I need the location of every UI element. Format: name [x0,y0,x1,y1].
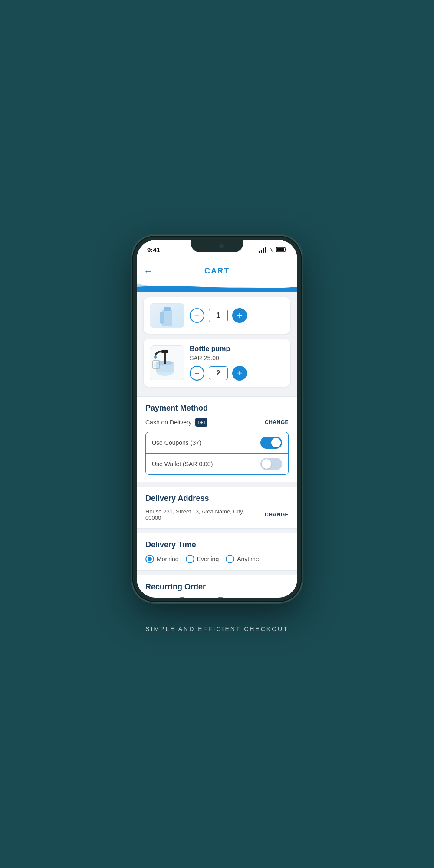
recurring-order-section: Recurring Order None Weekly Month [137,575,297,598]
address-change-button[interactable]: CHANGE [265,512,289,518]
delivery-address-section: Delivery Address House 231, Street 13, A… [137,487,297,529]
svg-rect-4 [164,307,171,311]
svg-rect-1 [285,249,286,250]
wave-header [137,283,297,292]
water-bottle-icon [154,306,180,327]
evening-radio-circle [186,555,194,563]
weekly-radio-circle [178,597,187,598]
address-row: House 231, Street 13, Area Name, City, 0… [145,508,289,521]
gap-2 [137,482,297,487]
screen-content[interactable]: − 1 + [137,283,297,598]
cart-item-bottle-pump: Bottle pump SAR 25.00 − 2 + [144,339,290,387]
bottle-pump-quantity: 2 [209,366,228,380]
coupons-row: Use Coupons (37) [146,432,288,454]
monthly-radio-circle [216,597,225,598]
recurring-order-options: None Weekly Monthly [145,597,289,598]
coupon-wallet-box: Use Coupons (37) Use Wallet (SAR 0.00) [145,432,289,475]
wallet-row: Use Wallet (SAR 0.00) [146,454,288,474]
svg-rect-13 [154,363,159,367]
status-time: 9:41 [147,246,160,253]
bottle-pump-icon [152,348,182,378]
page-title: CART [204,266,230,276]
app-header: ← CART [137,259,297,283]
anytime-radio-circle [226,555,234,563]
item-1-details: − 1 + [190,308,284,323]
status-bar: 9:41 ∿ [137,240,297,259]
wifi-icon: ∿ [269,247,274,253]
morning-radio-inner [148,557,152,561]
gap-3 [137,529,297,533]
wave-svg [137,283,297,292]
item-1-minus-button[interactable]: − [190,308,204,323]
svg-rect-2 [277,248,284,251]
recurring-weekly[interactable]: Weekly [178,597,209,598]
back-button[interactable]: ← [144,266,153,277]
morning-radio-circle [145,555,154,563]
coupons-label: Use Coupons (37) [152,439,201,446]
item-1-plus-button[interactable]: + [232,308,247,323]
wallet-toggle-knob [262,459,271,469]
notch [191,240,243,252]
wallet-toggle[interactable] [260,458,282,470]
bottle-pump-name: Bottle pump [190,345,284,353]
svg-point-11 [154,355,157,359]
anytime-label: Anytime [237,556,259,562]
bottle-pump-price: SAR 25.00 [190,355,284,362]
gap-4 [137,571,297,575]
payment-method-section: Payment Method Cash on Delivery [137,396,297,482]
footer-tagline: SIMPLE AND EFFICIENT CHECKOUT [145,625,288,632]
coupons-toggle-knob [271,438,281,447]
delivery-time-evening[interactable]: Evening [186,555,219,563]
svg-rect-10 [161,350,168,353]
delivery-time-section: Delivery Time Morning Evening Any [137,533,297,571]
phone-screen: 9:41 ∿ ← CART [137,240,297,598]
delivery-address-title: Delivery Address [145,494,289,503]
delivery-time-title: Delivery Time [145,540,289,549]
bottle-pump-details: Bottle pump SAR 25.00 − 2 + [190,345,284,381]
status-icons: ∿ [259,247,287,253]
payment-change-button[interactable]: CHANGE [265,419,289,425]
phone-mockup: 9:41 ∿ ← CART [132,236,302,602]
svg-rect-5 [160,312,164,324]
signal-icon [259,247,266,253]
cart-item-1: − 1 + [144,297,290,334]
delivery-time-anytime[interactable]: Anytime [226,555,259,563]
payment-info: Cash on Delivery [145,418,207,427]
svg-point-17 [201,422,202,423]
recurring-order-title: Recurring Order [145,582,289,592]
bottle-pump-minus-button[interactable]: − [190,366,204,381]
wallet-label: Use Wallet (SAR 0.00) [152,460,213,467]
coupons-toggle[interactable] [260,437,282,449]
payment-method-title: Payment Method [145,404,289,413]
morning-label: Morning [157,556,179,562]
bottle-pump-plus-button[interactable]: + [232,366,247,381]
delivery-time-options: Morning Evening Anytime [145,555,289,563]
gap-1 [137,392,297,396]
bottle-pump-qty-control: − 2 + [190,366,284,381]
item-1-image [150,303,184,328]
delivery-time-morning[interactable]: Morning [145,555,179,563]
item-1-qty-control: − 1 + [190,308,284,323]
cash-on-delivery-label: Cash on Delivery [145,419,192,426]
bottle-pump-image [150,345,184,380]
battery-icon [276,247,287,252]
evening-label: Evening [197,556,219,562]
cash-icon [195,418,207,427]
payment-method-row: Cash on Delivery CHANGE [145,418,289,427]
recurring-monthly[interactable]: Monthly [216,597,249,598]
address-text: House 231, Street 13, Area Name, City, 0… [145,508,261,521]
notch-camera [219,244,224,248]
item-1-quantity: 1 [209,309,228,322]
